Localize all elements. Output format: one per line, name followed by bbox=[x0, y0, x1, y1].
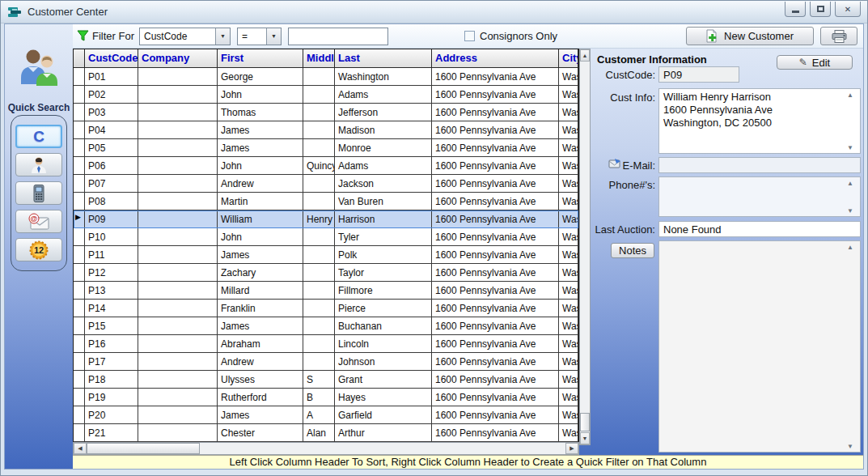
cell: Washington bbox=[559, 157, 578, 175]
scroll-down-icon[interactable]: ▼ bbox=[847, 144, 853, 151]
new-customer-button[interactable]: New Customer bbox=[686, 27, 814, 45]
cell: 1600 Pennsylvania Ave bbox=[432, 193, 559, 210]
scroll-down-icon[interactable]: ▼ bbox=[847, 443, 853, 450]
cell: 1600 Pennsylvania Ave bbox=[432, 335, 559, 353]
cell bbox=[138, 389, 218, 406]
filter-operator-value: = bbox=[238, 28, 266, 45]
cell: James bbox=[218, 406, 303, 424]
table-row[interactable]: P19RutherfordBHayes1600 Pennsylvania Ave… bbox=[74, 389, 578, 406]
table-row[interactable]: P03ThomasJefferson1600 Pennsylvania AveW… bbox=[74, 104, 578, 121]
column-header-first[interactable]: First bbox=[218, 49, 303, 68]
table-row[interactable]: P20JamesAGarfield1600 Pennsylvania AveWa… bbox=[74, 406, 578, 424]
scroll-up-icon[interactable]: ▲ bbox=[847, 180, 853, 187]
cell: Washington bbox=[559, 282, 578, 300]
cell: Washington bbox=[559, 317, 578, 335]
cell bbox=[138, 68, 218, 86]
horizontal-scroll-thumb[interactable] bbox=[87, 443, 200, 454]
table-row[interactable]: P11JamesPolk1600 Pennsylvania AveWashing… bbox=[74, 246, 578, 264]
cell: Adams bbox=[335, 86, 432, 104]
table-row[interactable]: P05JamesMonroe1600 Pennsylvania AveWashi… bbox=[74, 139, 578, 157]
table-row[interactable]: P02JohnAdams1600 Pennsylvania AveWashing… bbox=[74, 86, 578, 104]
row-indicator bbox=[74, 175, 85, 193]
svg-text:12: 12 bbox=[34, 244, 44, 254]
scroll-up-icon[interactable]: ▲ bbox=[580, 49, 590, 62]
last-auction-field: None Found bbox=[658, 221, 861, 237]
consignors-only-checkbox[interactable] bbox=[464, 31, 475, 41]
table-row[interactable]: P04JamesMadison1600 Pennsylvania AveWash… bbox=[74, 121, 578, 139]
column-header-custcode[interactable]: CustCode bbox=[85, 49, 138, 68]
printer-icon bbox=[832, 30, 847, 43]
cell: 1600 Pennsylvania Ave bbox=[432, 389, 559, 406]
search-by-name-button[interactable] bbox=[15, 153, 62, 176]
main-area: Filter For CustCode ▼ = ▼ Consignors Onl… bbox=[73, 24, 863, 469]
cell: James bbox=[218, 246, 303, 264]
maximize-button[interactable] bbox=[810, 2, 831, 17]
cell: 1600 Pennsylvania Ave bbox=[432, 139, 559, 157]
phones-box[interactable] bbox=[658, 176, 861, 217]
cell: Grant bbox=[335, 371, 432, 389]
cell: Harrison bbox=[335, 210, 432, 228]
row-indicator bbox=[74, 406, 85, 424]
search-by-phone-button[interactable] bbox=[15, 181, 62, 205]
minimize-button[interactable] bbox=[785, 2, 806, 17]
scroll-down-icon[interactable]: ▼ bbox=[580, 432, 590, 444]
row-indicator: ▶ bbox=[74, 210, 85, 228]
cell: Franklin bbox=[218, 300, 303, 317]
column-header-company[interactable]: Company bbox=[138, 49, 218, 68]
print-button[interactable] bbox=[820, 27, 857, 45]
edit-button[interactable]: ✎ Edit bbox=[777, 55, 853, 70]
table-row[interactable]: P21ChesterAlanArthur1600 Pennsylvania Av… bbox=[74, 424, 578, 442]
horizontal-scrollbar[interactable]: ◀ ▶ bbox=[73, 442, 579, 455]
scroll-up-icon[interactable]: ▲ bbox=[847, 91, 853, 99]
email-field[interactable] bbox=[658, 157, 861, 173]
cell bbox=[303, 193, 335, 210]
table-row[interactable]: ▶P09WilliamHenryHarrison1600 Pennsylvani… bbox=[74, 210, 578, 228]
table-row[interactable]: P13MillardFillmore1600 Pennsylvania AveW… bbox=[74, 282, 578, 300]
scroll-down-icon[interactable]: ▼ bbox=[847, 207, 853, 215]
search-by-number-button[interactable]: 12 bbox=[15, 238, 62, 261]
filter-value-input[interactable] bbox=[288, 28, 388, 45]
filter-field-select[interactable]: CustCode ▼ bbox=[139, 28, 231, 45]
table-row[interactable]: P06JohnQuincyAdams1600 Pennsylvania AveW… bbox=[74, 157, 578, 175]
column-header-city[interactable]: City bbox=[559, 49, 578, 68]
cell: S bbox=[303, 371, 335, 389]
column-header-last[interactable]: Last bbox=[335, 49, 432, 68]
table-row[interactable]: P01GeorgeWashington1600 Pennsylvania Ave… bbox=[74, 68, 578, 86]
scroll-left-icon[interactable]: ◀ bbox=[74, 443, 87, 454]
close-button[interactable]: ✕ bbox=[835, 2, 861, 17]
table-row[interactable]: P17AndrewJohnson1600 Pennsylvania AveWas… bbox=[74, 353, 578, 371]
cell bbox=[303, 246, 335, 264]
table-row[interactable]: P07AndrewJackson1600 Pennsylvania AveWas… bbox=[74, 175, 578, 193]
table-row[interactable]: P12ZacharyTaylor1600 Pennsylvania AveWas… bbox=[74, 264, 578, 282]
notes-box[interactable] bbox=[658, 240, 861, 453]
table-row[interactable]: P08MartinVan Buren1600 Pennsylvania AveW… bbox=[74, 193, 578, 210]
table-row[interactable]: P18UlyssesSGrant1600 Pennsylvania AveWas… bbox=[74, 371, 578, 389]
cell bbox=[138, 139, 218, 157]
cell: P17 bbox=[85, 353, 138, 371]
cell: Washington bbox=[559, 300, 578, 317]
filter-operator-select[interactable]: = ▼ bbox=[237, 28, 282, 45]
cell: Washington bbox=[559, 246, 578, 264]
column-header-middle[interactable]: Middle bbox=[303, 49, 335, 68]
custinfo-box[interactable]: William Henry Harrison 1600 Pennsylvania… bbox=[658, 88, 861, 154]
cell: P03 bbox=[85, 104, 138, 121]
cell: P16 bbox=[85, 335, 138, 353]
cell: 1600 Pennsylvania Ave bbox=[432, 157, 559, 175]
cell: James bbox=[218, 121, 303, 139]
table-row[interactable]: P16AbrahamLincoln1600 Pennsylvania AveWa… bbox=[74, 335, 578, 353]
scroll-up-icon[interactable]: ▲ bbox=[847, 244, 853, 251]
vertical-scroll-thumb[interactable] bbox=[580, 413, 590, 431]
table-row[interactable]: P14FranklinPierce1600 Pennsylvania AveWa… bbox=[74, 300, 578, 317]
cell: P20 bbox=[85, 406, 138, 424]
column-header-address[interactable]: Address bbox=[432, 49, 559, 68]
scroll-right-icon[interactable]: ▶ bbox=[565, 443, 578, 454]
table-row[interactable]: P10JohnTyler1600 Pennsylvania AveWashing… bbox=[74, 228, 578, 246]
notes-button[interactable]: Notes bbox=[611, 243, 654, 258]
search-by-custcode-button[interactable]: C bbox=[15, 125, 62, 148]
cell: 1600 Pennsylvania Ave bbox=[432, 317, 559, 335]
row-indicator bbox=[74, 157, 85, 175]
search-by-email-button[interactable]: @ bbox=[15, 210, 62, 233]
vertical-scrollbar[interactable]: ▲ ▼ bbox=[579, 49, 591, 445]
table-row[interactable]: P15JamesBuchanan1600 Pennsylvania AveWas… bbox=[74, 317, 578, 335]
consignors-only-option: Consignors Only bbox=[464, 30, 557, 42]
